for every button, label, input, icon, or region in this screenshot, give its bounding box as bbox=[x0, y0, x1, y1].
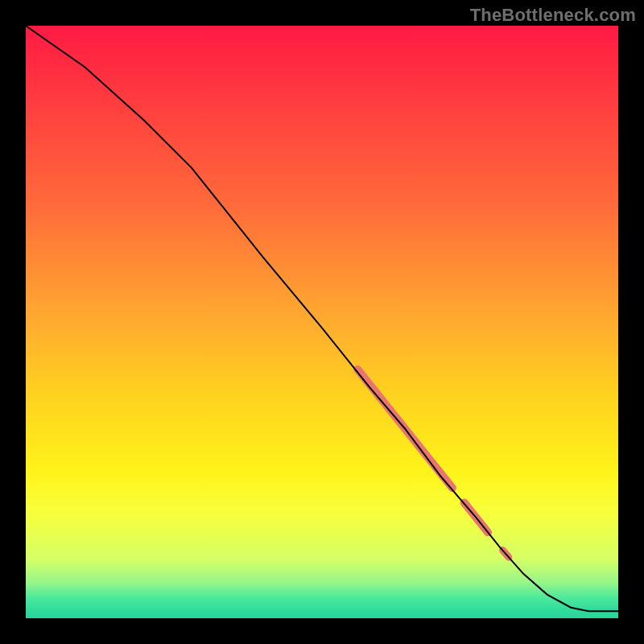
chart-svg bbox=[26, 26, 618, 618]
gradient-background bbox=[26, 26, 618, 618]
watermark-text: TheBottleneck.com bbox=[470, 5, 636, 26]
plot-area bbox=[26, 26, 618, 618]
chart-frame: TheBottleneck.com bbox=[0, 0, 644, 644]
